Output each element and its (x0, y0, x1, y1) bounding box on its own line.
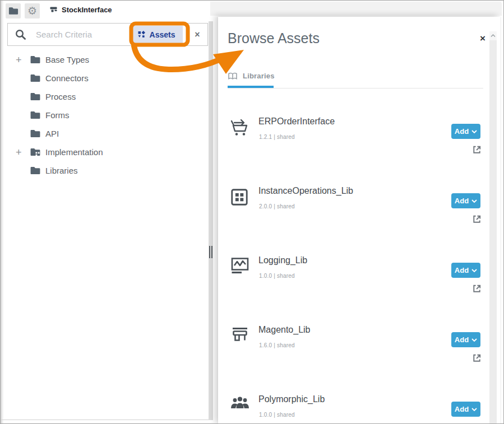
storefront-icon (230, 327, 250, 344)
asset-name: Logging_Lib (258, 255, 307, 265)
add-button-label: Add (455, 405, 469, 413)
left-panel-bottom-border (1, 420, 209, 420)
chevron-down-icon (471, 130, 477, 133)
folder-icon (30, 55, 41, 64)
asset-row-instanceoperations: InstanceOperations_Lib 2.0.0 | shared Ad… (218, 158, 489, 227)
chevron-down-icon (471, 199, 477, 203)
panel-title: Browse Assets (228, 30, 320, 46)
search-icon (15, 29, 26, 40)
close-icon: × (480, 33, 485, 44)
tree-item-label: Connectors (45, 73, 89, 83)
folder-icon (30, 129, 41, 138)
asset-version: 1.6.0 | shared (259, 342, 295, 348)
asset-name: Magento_Lib (258, 325, 311, 335)
tab-libraries-label: Libraries (243, 72, 275, 80)
external-link-icon (471, 283, 482, 294)
panel-scrollbar[interactable] (489, 31, 497, 424)
people-group-icon (230, 396, 250, 410)
asset-version: 1.0.0 | shared (259, 412, 295, 418)
external-link-icon (471, 145, 482, 155)
project-icon (50, 7, 58, 13)
asset-version: 1.2.1 | shared (259, 134, 295, 140)
asset-row-logging: Logging_Lib 1.0.0 | shared Add (218, 227, 489, 297)
tab-libraries[interactable]: Libraries (228, 72, 275, 80)
add-button[interactable]: Add (451, 332, 480, 347)
folder-icon (30, 74, 41, 82)
add-button-label: Add (455, 336, 469, 344)
add-button-label: Add (455, 127, 469, 136)
browse-assets-panel: Browse Assets × Libraries ERP (218, 17, 500, 424)
assets-icon (138, 31, 145, 38)
tree-item-base-types[interactable]: + Base Types (7, 50, 205, 69)
expand-icon[interactable]: + (7, 55, 30, 65)
tree-item-label: Base Types (45, 55, 89, 64)
grid-squares-icon (230, 188, 249, 207)
background-strip (210, 2, 502, 16)
asset-row-erporderinterface: ERPOrderInterface 1.2.1 | shared Add (218, 88, 489, 158)
implementation-folder-icon (30, 148, 41, 156)
chevron-down-icon (471, 408, 477, 411)
tree-item-label: Forms (45, 110, 70, 120)
asset-row-polymorphic: Polymorphic_Lib 1.0.0 | shared Add (218, 366, 489, 424)
tree-item-libraries[interactable]: Libraries (7, 161, 205, 180)
chevron-up-icon (491, 34, 496, 38)
search-input[interactable] (26, 30, 130, 39)
tree-item-label: Libraries (45, 166, 78, 175)
tree-item-api[interactable]: API (7, 124, 205, 143)
folder-icon (30, 111, 41, 119)
tree-item-forms[interactable]: Forms (7, 106, 205, 124)
asset-list: ERPOrderInterface 1.2.1 | shared Add Ins… (218, 88, 489, 424)
chevron-down-icon (471, 269, 477, 272)
add-button[interactable]: Add (451, 124, 480, 139)
open-external-button[interactable] (471, 214, 482, 225)
assets-filter-button[interactable]: Assets (130, 26, 183, 43)
add-button[interactable]: Add (451, 402, 480, 417)
add-button-label: Add (455, 197, 469, 205)
folder-icon (8, 7, 19, 15)
expand-icon[interactable]: + (7, 147, 30, 157)
folder-icon (30, 166, 41, 175)
tree-item-process[interactable]: Process (7, 87, 205, 106)
chart-monitor-icon (230, 257, 250, 274)
panel-close-button[interactable]: × (480, 34, 485, 43)
asset-version: 2.0.0 | shared (259, 203, 295, 209)
scroll-up-button[interactable] (489, 31, 497, 40)
chevron-down-icon (471, 338, 477, 342)
tree-item-label: Process (45, 92, 76, 101)
project-tree: + Base Types Connectors Process Forms AP… (7, 50, 205, 180)
search-bar: Assets × (7, 23, 208, 46)
gear-icon: ⚙ (27, 6, 37, 16)
external-link-icon (471, 214, 482, 225)
shopping-cart-icon (230, 118, 250, 136)
folder-toolbar-button[interactable] (6, 3, 21, 18)
open-external-button[interactable] (471, 283, 482, 294)
add-button[interactable]: Add (451, 263, 480, 278)
assets-button-label: Assets (150, 30, 175, 39)
tree-item-label: API (45, 129, 59, 138)
search-close-button[interactable]: × (187, 24, 207, 45)
open-external-button[interactable] (471, 353, 482, 364)
project-tab[interactable]: StockInterface (50, 6, 112, 14)
close-icon: × (195, 30, 200, 40)
open-external-button[interactable] (471, 145, 482, 155)
tree-item-connectors[interactable]: Connectors (7, 69, 205, 87)
add-button-label: Add (455, 266, 469, 274)
tree-item-implementation[interactable]: + Implementation (7, 143, 205, 161)
tree-item-label: Implementation (45, 147, 103, 157)
asset-name: InstanceOperations_Lib (258, 186, 353, 196)
panel-splitter[interactable] (209, 21, 213, 420)
asset-version: 1.0.0 | shared (259, 273, 295, 279)
asset-row-magento: Magento_Lib 1.6.0 | shared Add (218, 297, 489, 366)
book-icon (228, 72, 238, 80)
asset-name: Polymorphic_Lib (258, 394, 325, 404)
add-button[interactable]: Add (451, 193, 480, 208)
app-window: ⚙ StockInterface Assets × + Base Types (0, 0, 504, 424)
asset-name: ERPOrderInterface (258, 117, 335, 127)
folder-icon (30, 92, 41, 101)
external-link-icon (471, 353, 482, 364)
settings-button[interactable]: ⚙ (25, 3, 40, 18)
project-title: StockInterface (62, 6, 112, 14)
splitter-handle-icon[interactable] (209, 246, 213, 258)
